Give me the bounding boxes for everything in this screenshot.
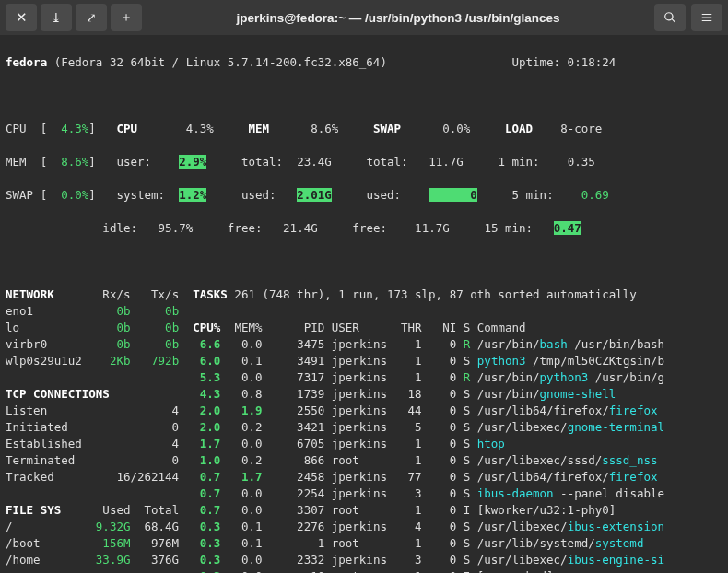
summary-cpu-label: CPU — [116, 122, 137, 135]
cpu-user-label: user: — [116, 155, 151, 169]
swap-free-label: free: — [352, 221, 387, 235]
swap-free-value: 11.7G — [415, 221, 450, 235]
menu-button[interactable] — [691, 4, 722, 31]
search-button[interactable] — [654, 4, 686, 31]
close-icon: ✕ — [16, 9, 28, 26]
term-line: /home 33.9G 376G 0.3 0.0 2332 jperkins 3… — [6, 552, 722, 568]
term-line: 0.7 0.0 2254 jperkins 3 0 S ibus-daemon … — [6, 485, 722, 502]
term-line: Tracked 16/262144 0.7 1.7 2458 jperkins … — [6, 469, 722, 485]
swap-total-value: 11.7G — [429, 155, 464, 169]
titlebar: ✕ ⤓ ⤢ ＋ jperkins@fedora:~ — /usr/bin/pyt… — [0, 0, 728, 35]
mem-bar-value: 8.6% — [61, 155, 88, 169]
term-line: Listen 4 2.0 1.9 2550 jperkins 44 0 S /u… — [6, 403, 722, 419]
cpu-bar-label: CPU [ — [6, 122, 47, 135]
close-button[interactable]: ✕ — [6, 4, 37, 31]
summary-swap-pct: 0.0% — [442, 122, 470, 135]
term-line: /boot 156M 976M 0.3 0.1 1 root 1 0 S /us… — [6, 535, 722, 552]
term-line: NETWORK Rx/s Tx/s TASKS 261 (748 thr), 1… — [6, 286, 722, 303]
term-line: Established 4 1.7 0.0 6705 jperkins 1 0 … — [6, 436, 722, 452]
mem-bar-label: MEM [ — [6, 155, 47, 169]
term-line: 0.3 0.0 10 root 1 0 I [rcu_sched] — [6, 568, 722, 573]
os-string: (Fedora 32 64bit / Linux 5.7.14-200.fc32… — [54, 55, 387, 69]
load-5-value: 0.69 — [581, 188, 609, 202]
mem-free-label: free: — [228, 221, 263, 235]
plus-icon: ＋ — [120, 9, 133, 26]
summary-load-label: LOAD — [505, 122, 533, 135]
cpu-sys-label: system: — [116, 188, 165, 202]
term-line: virbr0 0b 0b 6.6 0.0 3475 jperkins 1 0 R… — [6, 336, 722, 353]
term-line: wlp0s29u1u2 2Kb 792b 6.0 0.1 3491 jperki… — [6, 353, 722, 369]
term-line: FILE SYS Used Total 0.7 0.0 3307 root 1 … — [6, 502, 722, 519]
new-tab-button[interactable]: ＋ — [111, 4, 142, 31]
mem-used-value: 2.01G — [297, 188, 332, 202]
download-icon: ⤓ — [51, 10, 62, 25]
mem-total-value: 23.4G — [297, 155, 332, 169]
term-line: 5.3 0.0 7317 jperkins 1 0 R /usr/bin/pyt… — [6, 369, 722, 386]
term-line: Terminated 0 1.0 0.2 866 root 1 0 S /usr… — [6, 452, 722, 469]
cpu-idle-value: 95.7% — [159, 221, 194, 235]
summary-mem-pct: 8.6% — [311, 122, 338, 135]
summary-swap-label: SWAP — [373, 122, 401, 135]
swap-bar-value: 0.0% — [61, 188, 88, 202]
cpu-bar-value: 4.3% — [61, 122, 88, 135]
terminal-output[interactable]: fedora (Fedora 32 64bit / Linux 5.7.14-2… — [0, 35, 728, 573]
uptime-label: Uptime: — [511, 55, 560, 69]
mem-used-label: used: — [241, 188, 276, 202]
search-icon — [663, 11, 676, 24]
term-line: / 9.32G 68.4G 0.3 0.1 2276 jperkins 4 0 … — [6, 519, 722, 535]
uptime-value: 0:18:24 — [568, 55, 616, 69]
load-15-value: 0.47 — [554, 221, 581, 235]
save-button[interactable]: ⤓ — [41, 4, 72, 31]
term-line: eno1 0b 0b — [6, 303, 722, 320]
hostname: fedora — [6, 55, 47, 69]
menu-icon — [700, 11, 713, 24]
summary-load-core: 8-core — [560, 122, 602, 135]
term-line: TCP CONNECTIONS 4.3 0.8 1739 jperkins 18… — [6, 386, 722, 403]
swap-used-label: used: — [366, 188, 401, 202]
expand-icon: ⤢ — [86, 10, 97, 25]
window-title: jperkins@fedora:~ — /usr/bin/python3 /us… — [146, 11, 651, 25]
swap-bar-label: SWAP [ — [6, 188, 47, 202]
summary-mem-label: MEM — [248, 122, 269, 135]
cpu-sys-value: 1.2% — [179, 188, 206, 202]
swap-total-label: total: — [366, 155, 407, 169]
summary-cpu-pct: 4.3% — [186, 122, 214, 135]
fullscreen-button[interactable]: ⤢ — [76, 4, 107, 31]
cpu-user-value: 2.9% — [179, 155, 206, 169]
cpu-idle-label: idle: — [102, 221, 137, 235]
mem-free-value: 21.4G — [283, 221, 318, 235]
term-line: Initiated 0 2.0 0.2 3421 jperkins 5 0 S … — [6, 419, 722, 436]
mem-total-label: total: — [241, 155, 283, 169]
load-15-label: 15 min: — [484, 221, 533, 235]
load-1-value: 0.35 — [568, 155, 595, 169]
load-5-label: 5 min: — [512, 188, 554, 202]
swap-used-value: 0 — [470, 188, 477, 202]
load-1-label: 1 min: — [498, 155, 539, 169]
term-line: lo 0b 0b CPU% MEM% PID USER THR NI S Com… — [6, 320, 722, 336]
